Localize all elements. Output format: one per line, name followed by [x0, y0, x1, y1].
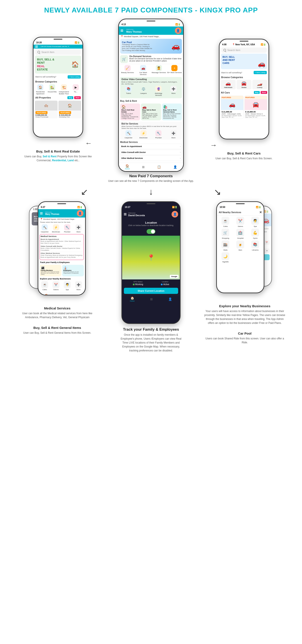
- plumber[interactable]: 🔧 Plumber: [62, 224, 73, 233]
- close-button[interactable]: ✕: [259, 210, 262, 214]
- search-bar[interactable]: Search Item: [35, 50, 81, 55]
- profile-nav[interactable]: 👤: [75, 295, 79, 295]
- massage-service[interactable]: 💆 Massage Services: [152, 65, 166, 76]
- hatchback[interactable]: 🚗 Hatchback: [221, 80, 236, 89]
- other-medical[interactable]: Other Medical Services Order Pharmacy, B…: [41, 252, 83, 259]
- other-medical[interactable]: Other Medical Services ›: [120, 156, 182, 161]
- carpenter[interactable]: 🔨 Carpenter: [122, 130, 136, 139]
- more-label: More: [76, 289, 80, 290]
- cat-residential[interactable]: 🏠 Residential Apartment: [35, 84, 46, 95]
- luxury[interactable]: 🏎️ Luxury: [252, 80, 267, 89]
- grid-nav[interactable]: ⊞: [150, 298, 153, 301]
- video-consult[interactable]: Video Consult with Doctor ›: [120, 150, 182, 155]
- cat-builder[interactable]: 🏗️ Independent/ Builder Floor: [58, 84, 69, 95]
- nearby-grid: ☕ Cafes ✂️ Salons 🧖 Spa: [217, 216, 264, 264]
- profile-nav[interactable]: 👤: [168, 298, 172, 301]
- electrician-icon: ⚡: [53, 224, 59, 230]
- electrician[interactable]: ⚡ Electrician: [51, 224, 61, 233]
- family-card[interactable]: 👨‍👩‍👧 Family Members See where your belo…: [40, 265, 61, 276]
- top-phones-row: 10:20 📶🔋 118-20 Ocean Promenade unit 5d,…: [9, 18, 293, 182]
- astrology[interactable]: 🔮 Astrology Services: [152, 86, 166, 96]
- more-services[interactable]: + 50+ More Services: [167, 65, 182, 76]
- bid-section: Bid for Services Allow Service Providers…: [120, 122, 182, 140]
- home-nav[interactable]: 🏠 Home: [44, 294, 49, 295]
- malls[interactable]: 🏬 Malls: [218, 240, 232, 251]
- menu-icon[interactable]: [35, 46, 38, 48]
- more-bid[interactable]: ➕ More: [166, 130, 180, 139]
- bars[interactable]: 🍺 Bars: [234, 240, 247, 251]
- tutors[interactable]: 📚 Tutors: [122, 86, 136, 96]
- salons[interactable]: ✂️ Salons: [234, 217, 247, 227]
- car-2[interactable]: FEATURED 🚘 $ 15,980.00 2026 - Nissan Ver…: [244, 96, 267, 119]
- profile-nav[interactable]: 👤: [173, 165, 177, 169]
- nav-bar[interactable]: 118-20 Ocean Promenade unit 5d, F...: [34, 45, 82, 48]
- pin-icon: 📍: [120, 35, 123, 38]
- location-row[interactable]: 📍 Mondeal Square, 100 Feet Anand Naga...: [119, 35, 183, 38]
- grid-nav[interactable]: ⊞: [61, 295, 64, 295]
- home-nav[interactable]: 🏠 Home: [125, 164, 130, 170]
- home-nav[interactable]: 🏠 Home: [130, 296, 134, 302]
- employees-card[interactable]: 👔 Employees See Live Locations of your O…: [62, 265, 84, 276]
- spa[interactable]: 🧖 Spa: [62, 281, 73, 290]
- menu-icon[interactable]: [40, 212, 43, 214]
- gps-profile-header: Welcome David Decosta 👤: [122, 209, 180, 219]
- salons[interactable]: ✂️ Salons: [51, 281, 61, 290]
- video-consult[interactable]: Video Consult with Doctor Book a Video C…: [41, 245, 83, 252]
- lawyers[interactable]: ⚖️ Lawyers: [136, 86, 150, 96]
- cafes-label: Cafes: [223, 226, 228, 227]
- spa[interactable]: 🧖 Spa: [248, 217, 262, 227]
- buy-tab[interactable]: Buy: [254, 91, 260, 94]
- sedan[interactable]: 🚘 Sedan: [236, 80, 252, 89]
- carwash-service[interactable]: 🚗 Car Wash Services: [136, 65, 150, 76]
- cafes[interactable]: ☕ Cafes: [40, 281, 50, 290]
- bsr-general[interactable]: 🛍️ Buy, Sell & Rent General Items Buy, S…: [162, 104, 182, 120]
- bsr-gen-title: Buy, Sell & Rent General Items: [163, 109, 180, 113]
- property-1[interactable]: 🏘️ FEATURED $ 699,000.00 Ocean Promenade: [35, 101, 58, 118]
- book-appt[interactable]: Book An Appointment Book an Appointment …: [41, 238, 83, 245]
- time: 4:08: [222, 43, 226, 46]
- gps-toggle[interactable]: [146, 229, 156, 234]
- libraries[interactable]: 📚 Libraries: [248, 240, 262, 251]
- featured-tag: FEATURED: [59, 111, 71, 114]
- cat-more[interactable]: ▶ Fa...: [70, 84, 81, 95]
- car-1[interactable]: FEATURED 🚗 $ 21,995.00 2025 - Volkswagen…: [221, 96, 244, 119]
- spa-label: Spa: [66, 289, 69, 290]
- nav-address: 118-20 Ocean Promenade unit 5d, F...: [40, 46, 81, 48]
- cafes[interactable]: ☕ Cafes: [218, 217, 232, 227]
- grid-nav[interactable]: ⊞: [142, 165, 145, 169]
- share-location-btn[interactable]: Share Current Location: [124, 288, 178, 294]
- buy-tab[interactable]: Buy: [68, 96, 73, 99]
- new-listing-btn[interactable]: + New Listing: [254, 71, 267, 74]
- rent-tab[interactable]: Rent: [74, 96, 81, 99]
- cat-villa[interactable]: 🏡 House/Villa: [46, 84, 58, 95]
- menu-icon[interactable]: [124, 213, 126, 215]
- gyms[interactable]: 💪 Gyms: [248, 229, 262, 239]
- search-bar[interactable]: Search Item: [221, 48, 267, 53]
- plumber[interactable]: 🔧 Plumber: [152, 130, 166, 139]
- bsr-cars[interactable]: 🚗 Buy, Sell & Rent Cars Buy, Sell or Ren…: [141, 104, 161, 120]
- more-consulting[interactable]: ➕ More: [166, 86, 180, 96]
- new-listing-btn[interactable]: + New Listing: [68, 75, 81, 78]
- beauty-service[interactable]: 🧹 Beauty Services: [120, 65, 135, 76]
- car-pool-banner[interactable]: Car Pool Travelling? Book a Carpool Ride…: [120, 39, 182, 54]
- hospital[interactable]: 🏥 Hospital: [234, 229, 247, 239]
- plumber-icon: 🔧: [64, 224, 70, 230]
- time: 10:27: [125, 206, 130, 208]
- more[interactable]: ➕ More: [73, 281, 84, 290]
- orders-nav[interactable]: 📋: [157, 165, 161, 169]
- want-sell-text: Want to sell something?: [221, 72, 242, 74]
- shopping[interactable]: 🛒 Shopping: [218, 229, 232, 239]
- location-row[interactable]: 📍 Mondeal Square, 100 Feet Anand Naga...: [38, 218, 85, 221]
- menu-icon[interactable]: [120, 30, 123, 32]
- nightlife[interactable]: 🌙 Nightlife: [218, 252, 232, 263]
- cat-label: Fa...: [74, 91, 78, 93]
- more[interactable]: ➕ More: [73, 224, 84, 233]
- bsr-real-estate[interactable]: 🏠 Buy & Sell Real Estate Buy, Sell or Re…: [120, 104, 140, 120]
- rent-tab[interactable]: Rent: [261, 91, 267, 94]
- carpenter-label: Carpenter: [41, 231, 49, 233]
- on-demand-section: 🛒 On-Demand Services Book On-Demand Serv…: [119, 54, 183, 64]
- book-appointment[interactable]: Book An Appointment ›: [120, 144, 182, 149]
- electrician[interactable]: ⚡ Electrician: [136, 130, 150, 139]
- property-2[interactable]: 🏠 FEATURED $ 215,000.00 Rockaway Park: [58, 101, 81, 118]
- carpenter[interactable]: 🔨 Carpenter: [40, 224, 50, 233]
